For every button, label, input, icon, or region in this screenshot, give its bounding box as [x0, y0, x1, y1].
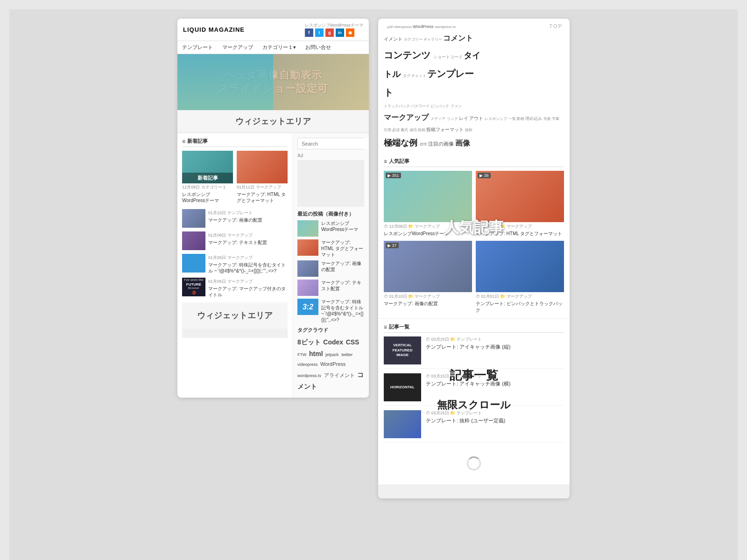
widget-area-bottom: ウィジェットエリア: [182, 302, 288, 329]
spinner-icon: [467, 456, 481, 470]
recent-post-4[interactable]: マークアップ: テキスト配置: [297, 280, 364, 296]
popular-grid-wrapper: ▶ 351 ⏱ 12月08日 📁 マークアップ レスポンシブWordPressテ…: [384, 171, 564, 314]
google-icon[interactable]: g: [325, 28, 334, 37]
hero-section: ヘッダ画像自動表示 スライドショー設定可: [177, 54, 369, 110]
popular-2-title: マークアップ: HTML タグとフォーマット: [476, 231, 564, 237]
articles-section: 記事一覧 VERTICALFEATUREDIMAGE ⏱ 03月15日 📁 テン…: [378, 319, 570, 484]
recent-posts-title: 最近の投稿（画像付き）: [297, 210, 364, 217]
new-articles-section-title: 新着記事: [182, 138, 288, 147]
twitter-icon[interactable]: t: [315, 28, 324, 37]
article-card-1[interactable]: 新着記事 12月08日 カテゴリー１ レスポンシブWordPressテーマ: [182, 151, 233, 203]
popular-card-4[interactable]: ⏱ 01月01日 📁 マークアップ テンプレート: ピンバックとトラックバック: [476, 241, 564, 314]
ad-area: [297, 160, 364, 207]
social-icons: f t g in ◉: [305, 28, 363, 37]
article-1-title: レスポンシブWordPressテーマ: [182, 191, 233, 203]
article-item-1-meta: ⏱ 03月15日 📁 テンプレート: [426, 336, 511, 343]
site-logo: LIQUID MAGAZINE: [183, 26, 245, 33]
article-list-5[interactable]: 01月05日 マークアップ マークアップ: 特殊記号を含むタイトル ~`!@#$…: [182, 254, 288, 274]
phone-mockup: LIQUID MAGAZINE レスポンシブWordPressテーマ f t g…: [177, 19, 369, 398]
article-list-4[interactable]: 01月09日 マークアップ マークアップ: テキスト配置: [182, 231, 288, 250]
footer-area: [182, 329, 288, 338]
badge-2: ▶ 38: [478, 173, 491, 178]
search-box: 🔍: [297, 138, 364, 149]
sidebar-column: 🔍 Ad 最近の投稿（画像付き） レスポンシブWordPressテーマ: [292, 133, 369, 398]
popular-1-meta: ⏱ 12月08日 📁 マークアップ: [384, 224, 472, 230]
popular-grid: ▶ 351 ⏱ 12月08日 📁 マークアップ レスポンシブWordPressテ…: [384, 171, 564, 314]
tag-cloud-content: 8ビット Codex CSS FTW html jetpack twitter …: [297, 336, 364, 393]
popular-title: 人気記事: [384, 158, 564, 167]
article-list-6[interactable]: I've seen the FUTURE Browser ⑤ 01月05日 マー…: [182, 278, 288, 298]
tablet-footer: [378, 484, 570, 498]
articles-item-1[interactable]: VERTICALFEATUREDIMAGE ⏱ 03月15日 📁 テンプレート …: [384, 336, 564, 369]
rss-icon[interactable]: ◉: [346, 28, 354, 37]
tablet-tag-section: ．pdf videopress WordPress wordpress.tv イ…: [378, 19, 570, 153]
popular-card-1[interactable]: ▶ 351 ⏱ 12月08日 📁 マークアップ レスポンシブWordPressテ…: [384, 171, 472, 237]
article-item-1-title: テンプレート: アイキャッチ画像 (縦): [426, 343, 511, 350]
popular-3-title: マークアップ: 画像の配置: [384, 301, 472, 307]
nav-template[interactable]: テンプレート: [177, 41, 218, 54]
badge-1: ▶ 351: [386, 173, 401, 178]
articles-list-title: 記事一覧: [384, 323, 564, 333]
nav-category[interactable]: カテゴリー１▾: [258, 41, 301, 54]
popular-2-meta: ⏱ 01月11日 📁 マークアップ: [476, 224, 564, 230]
recent-post-1[interactable]: レスポンシブWordPressテーマ: [297, 220, 364, 237]
article-1-meta: 12月08日 カテゴリー１: [182, 184, 233, 190]
right-tag-cloud: ．pdf videopress WordPress wordpress.tv イ…: [384, 22, 564, 151]
popular-card-2[interactable]: ▶ 38 ⏱ 01月11日 📁 マークアップ マークアップ: HTML タグとフ…: [476, 171, 564, 237]
tag-cloud: タグクラウド 8ビット Codex CSS FTW html jetpack t…: [297, 327, 364, 393]
article-item-2-title: テンプレート: アイキャッチ画像 (横): [426, 380, 511, 387]
badge-3: ▶ 37: [386, 243, 399, 248]
article-item-2-meta: ⏱ 03月15日 📁 テンプレート: [426, 373, 511, 379]
article-2-meta: 01月11日 マークアップ: [237, 184, 288, 190]
recent-post-5[interactable]: 3:2 マークアップ: 特殊記号を含むタイトル ~`!@#$%^&*()-_=+…: [297, 299, 364, 323]
phone-nav: テンプレート マークアップ カテゴリー１▾ お問い合せ: [177, 41, 369, 54]
tablet-mockup: TOP ．pdf videopress WordPress wordpress.…: [378, 19, 570, 498]
article-2-title: マークアップ: HTML タグとフォーマット: [237, 191, 288, 203]
article-overlay: 新着記事: [182, 173, 233, 183]
popular-4-title: テンプレート: ピンバックとトラックバック: [476, 301, 564, 314]
ad-label: Ad: [297, 153, 364, 158]
articles-list-wrapper: VERTICALFEATUREDIMAGE ⏱ 03月15日 📁 テンプレート …: [384, 336, 564, 442]
facebook-icon[interactable]: f: [305, 28, 313, 37]
phone-header: LIQUID MAGAZINE レスポンシブWordPressテーマ f t g…: [177, 19, 369, 41]
top-label: TOP: [550, 23, 563, 29]
nav-markup[interactable]: マークアップ: [218, 41, 258, 54]
recent-post-2[interactable]: マークアップ: HTML タグとフォーマット: [297, 239, 364, 258]
popular-1-title: レスポンシブWordPressテーマ: [384, 231, 472, 237]
articles-item-2[interactable]: HORIZONTAL ⏱ 03月15日 📁 テンプレート テンプレート: アイキ…: [384, 373, 564, 406]
linkedin-icon[interactable]: in: [336, 28, 344, 37]
popular-4-meta: ⏱ 01月01日 📁 マークアップ: [476, 294, 564, 300]
loading-spinner: [384, 447, 564, 480]
articles-grid: 新着記事 12月08日 カテゴリー１ レスポンシブWordPressテーマ 01…: [182, 151, 288, 203]
responsive-label: レスポンシブWordPressテーマ: [305, 22, 363, 28]
content-area: 新着記事 新着記事 12月08日 カテゴリー１ レスポンシブWordPressテ…: [177, 133, 369, 398]
article-card-2[interactable]: 01月11日 マークアップ マークアップ: HTML タグとフォーマット: [237, 151, 288, 203]
popular-section: 人気記事 ▶ 351 ⏱ 12月08日 📁 マークアップ レスポンシブWordP…: [378, 153, 570, 319]
article-item-3-meta: ⏱ 03月15日 📁 テンプレート: [426, 410, 506, 416]
article-list-3[interactable]: 01月10日 テンプレート マークアップ: 画像の配置: [182, 209, 288, 228]
articles-item-3[interactable]: ⏱ 03月15日 📁 テンプレート テンプレート: 抜粋 (ユーザー定義): [384, 410, 564, 442]
tablet-top: TOP ．pdf videopress WordPress wordpress.…: [378, 19, 570, 153]
widget-area-top: ウィジェットエリア: [177, 110, 369, 133]
article-item-3-title: テンプレート: 抜粋 (ユーザー定義): [426, 417, 506, 424]
search-input[interactable]: [298, 138, 369, 149]
popular-card-3[interactable]: ▶ 37 ⏱ 01月10日 📁 マークアップ マークアップ: 画像の配置: [384, 241, 472, 314]
header-right: レスポンシブWordPressテーマ f t g in ◉: [305, 22, 363, 37]
recent-post-3[interactable]: マークアップ: 画像の配置: [297, 260, 364, 277]
popular-3-meta: ⏱ 01月10日 📁 マークアップ: [384, 294, 472, 300]
main-column: 新着記事 新着記事 12月08日 カテゴリー１ レスポンシブWordPressテ…: [177, 133, 292, 398]
tag-cloud-title: タグクラウド: [297, 327, 364, 334]
nav-contact[interactable]: お問い合せ: [301, 41, 336, 54]
